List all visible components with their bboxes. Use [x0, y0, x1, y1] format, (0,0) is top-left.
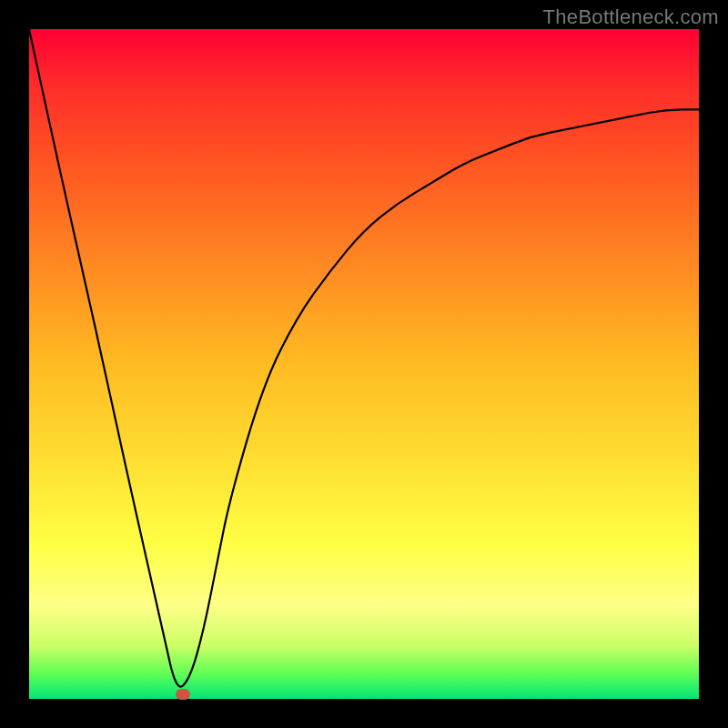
optimal-point-marker: [176, 689, 190, 700]
plot-area: [29, 29, 699, 699]
watermark-text: TheBottleneck.com: [543, 5, 719, 29]
bottleneck-curve: [29, 29, 699, 699]
chart-frame: TheBottleneck.com: [0, 0, 728, 728]
